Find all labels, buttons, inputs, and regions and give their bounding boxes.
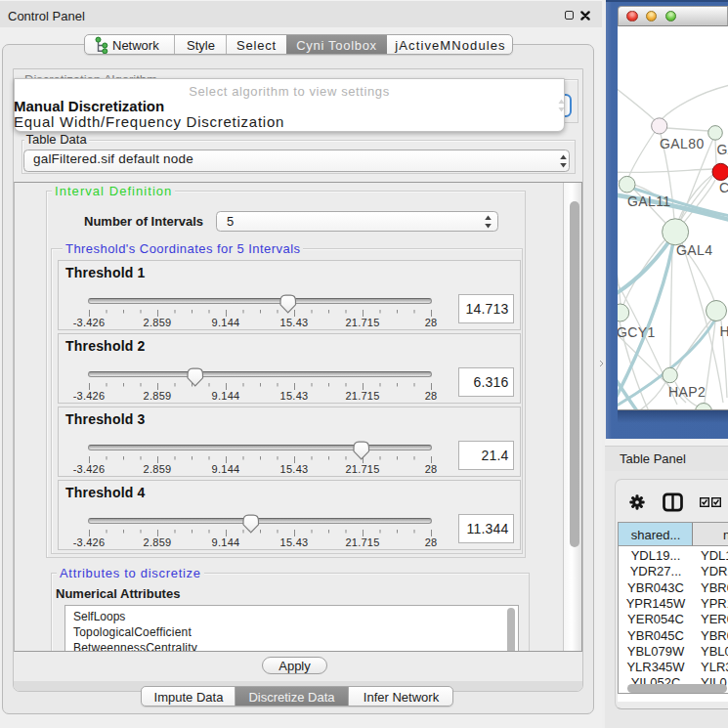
svg-text:HAP2: HAP2 <box>668 384 706 400</box>
svg-text:GCY1: GCY1 <box>618 324 656 340</box>
svg-text:H: H <box>720 323 728 339</box>
svg-text:GA: GA <box>717 142 728 157</box>
svg-text:GAL4: GAL4 <box>676 242 712 258</box>
svg-text:GAL80: GAL80 <box>660 136 705 151</box>
svg-text:GAL11: GAL11 <box>627 193 671 209</box>
svg-text:C: C <box>719 180 728 195</box>
